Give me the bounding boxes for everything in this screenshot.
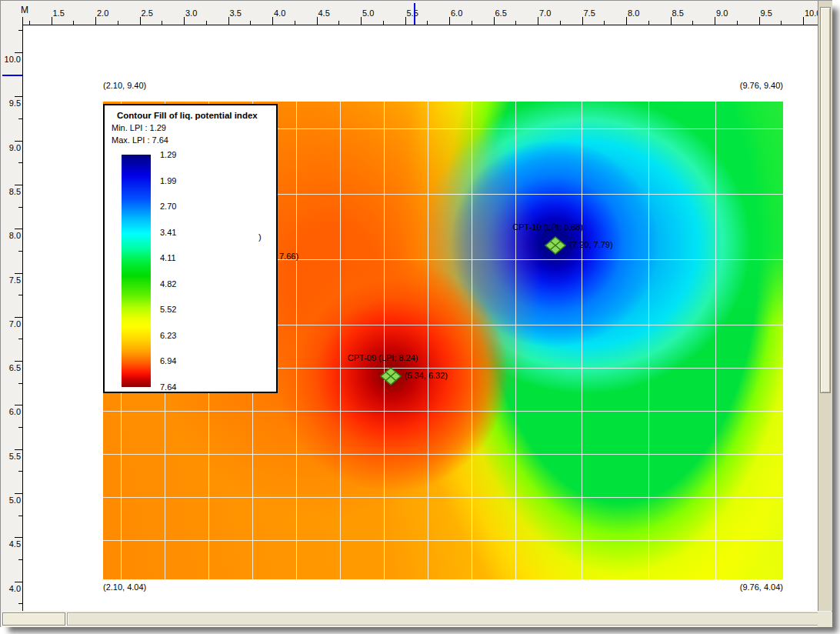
cpt-point-marker[interactable] — [545, 236, 566, 258]
legend-min-label: Min. LPI : 1.29 — [112, 123, 166, 132]
legend-scale-value: 3.41 — [160, 228, 176, 237]
v-ruler-tick-label: 10.0 — [1, 55, 21, 64]
v-ruler-tick-label: 6.5 — [1, 363, 21, 372]
v-ruler-major-tick — [15, 96, 22, 97]
h-ruler-major-tick — [361, 17, 362, 25]
vertical-scrollbar-thumb[interactable] — [820, 7, 831, 393]
h-ruler-major-tick — [759, 17, 760, 25]
h-ruler-major-tick — [95, 17, 96, 25]
vertical-ruler: 10.09.59.08.58.07.57.06.56.05.55.04.54.0 — [1, 25, 23, 611]
v-ruler-tick-label: 9.0 — [1, 143, 21, 152]
h-ruler-tick-label: 7.0 — [539, 8, 551, 18]
h-ruler-tick-label: 2.5 — [142, 8, 153, 18]
v-ruler-major-tick — [15, 361, 22, 362]
cpt-point-coord-label: (5.34, 6.32) — [405, 371, 448, 380]
h-ruler-tick-label: 4.0 — [274, 8, 285, 18]
h-ruler-tick-label: 10.0 — [805, 8, 818, 18]
v-ruler-major-tick — [15, 449, 22, 450]
legend-title: Contour Fill of liq. potential index — [117, 111, 258, 120]
h-ruler-tick-label: 1.5 — [53, 8, 65, 18]
h-ruler-tick-label: 2.0 — [97, 8, 108, 18]
legend-scale-value: 5.52 — [160, 305, 176, 314]
h-ruler-major-tick — [405, 17, 406, 25]
h-ruler-tick-label: 5.0 — [362, 8, 374, 18]
legend-scale-value: 2.70 — [160, 202, 176, 211]
h-ruler-tick-label: 5.5 — [407, 8, 418, 18]
legend-scale-value: 4.82 — [160, 279, 176, 289]
app-window: M 1.52.02.53.03.54.04.55.05.56.06.57.07.… — [0, 0, 832, 627]
v-ruler-tick-label: 7.0 — [1, 319, 21, 329]
h-ruler-tick-label: 3.5 — [230, 8, 242, 18]
legend-max-label: Max. LPI : 7.64 — [112, 135, 168, 145]
v-ruler-tick-label: 5.5 — [1, 452, 21, 461]
clipped-point-label-fragment-2: 7.66) — [279, 252, 298, 261]
plot-corner-label-bottom-right: (9.76, 4.04) — [103, 582, 783, 592]
h-ruler-major-tick — [582, 17, 583, 25]
h-ruler-major-tick — [228, 17, 229, 25]
legend-scale-value: 1.29 — [160, 150, 176, 159]
v-ruler-tick-label: 8.5 — [1, 187, 21, 196]
h-ruler-major-tick — [494, 17, 495, 25]
h-ruler-tick-label: 6.0 — [451, 8, 462, 18]
h-ruler-major-tick — [52, 17, 52, 25]
cpt-marker-diamond-icon — [380, 367, 402, 385]
h-ruler-major-tick — [671, 17, 672, 25]
scrollbar-corner — [818, 612, 832, 627]
v-ruler-tick-label: 9.5 — [1, 98, 21, 108]
v-ruler-major-tick — [15, 405, 22, 405]
legend-color-scale-bar — [122, 155, 151, 387]
h-ruler-major-tick — [715, 17, 715, 25]
v-ruler-tick-label: 6.0 — [1, 407, 21, 416]
v-ruler-tick-label: 5.0 — [1, 496, 21, 505]
h-ruler-tick-label: 3.0 — [185, 8, 197, 18]
v-ruler-major-tick — [15, 537, 22, 538]
h-ruler-tick-label: 8.0 — [628, 8, 639, 18]
cpt-point-name-label: CPT-10 (LPI: 0.68) — [512, 222, 583, 232]
cpt-point-name-label: CPT-09 (LPI: 8.24) — [348, 353, 418, 362]
v-ruler-major-tick — [15, 52, 22, 53]
legend-scale-value: 6.94 — [160, 356, 176, 365]
h-ruler-major-tick — [803, 17, 804, 25]
legend-scale-value: 6.23 — [160, 331, 176, 340]
horizontal-ruler: 1.52.02.53.03.54.04.55.05.56.06.57.07.58… — [1, 1, 818, 25]
horizontal-scrollbar-thumb[interactable] — [2, 612, 65, 626]
bottom-scrollbar-area — [1, 612, 832, 627]
cpt-point-marker[interactable] — [380, 367, 402, 389]
v-ruler-major-tick — [15, 317, 22, 318]
h-ruler-tick-label: 4.5 — [318, 8, 330, 18]
horizontal-scrollbar-track[interactable] — [67, 612, 832, 626]
contour-legend: Contour Fill of liq. potential index Min… — [103, 104, 278, 393]
v-ruler-tick-label: 4.5 — [1, 539, 21, 549]
h-ruler-tick-label: 7.5 — [584, 8, 595, 18]
v-ruler-major-tick — [15, 141, 22, 142]
v-ruler-major-tick — [15, 582, 22, 582]
ruler-cursor-horizontal — [2, 75, 22, 76]
clipped-point-label-fragment-1: ) — [258, 232, 262, 242]
v-ruler-major-tick — [15, 273, 22, 274]
ruler-corner-tick — [22, 17, 23, 25]
h-ruler-major-tick — [140, 17, 141, 25]
h-ruler-tick-label: 8.5 — [672, 8, 684, 18]
h-ruler-tick-label: 9.5 — [761, 8, 772, 18]
legend-scale-value: 7.64 — [160, 382, 176, 392]
v-ruler-major-tick — [15, 229, 22, 229]
legend-scale-value: 1.99 — [160, 176, 176, 185]
plot-corner-label-top-right: (9.76, 9.40) — [103, 81, 783, 90]
v-ruler-major-tick — [15, 185, 22, 185]
h-ruler-major-tick — [272, 17, 273, 25]
v-ruler-major-tick — [15, 493, 22, 494]
vertical-scrollbar-track[interactable] — [818, 1, 832, 611]
h-ruler-major-tick — [317, 17, 318, 25]
v-ruler-tick-label: 8.0 — [1, 231, 21, 240]
h-ruler-major-tick — [184, 17, 185, 25]
cpt-marker-diamond-icon — [545, 236, 566, 255]
h-ruler-major-tick — [449, 17, 450, 25]
v-ruler-tick-label: 7.5 — [1, 275, 21, 285]
h-ruler-tick-label: 6.5 — [495, 8, 507, 18]
cpt-point-coord-label: (7.20, 7.79) — [569, 240, 612, 249]
legend-scale-value: 4.11 — [160, 253, 176, 262]
h-ruler-tick-label: 9.0 — [716, 8, 728, 18]
h-ruler-major-tick — [538, 17, 538, 25]
h-ruler-major-tick — [626, 17, 627, 25]
v-ruler-tick-label: 4.0 — [1, 584, 21, 593]
